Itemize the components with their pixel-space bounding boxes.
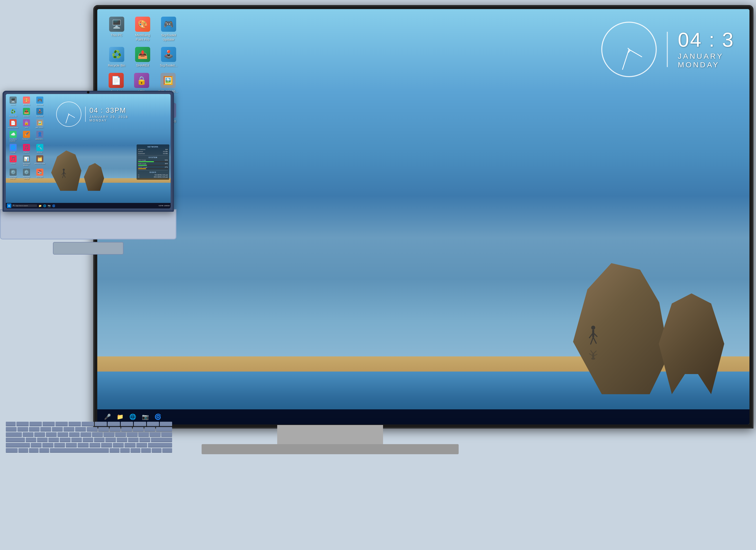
monitor-taskbar-photoshop[interactable]: 📷 xyxy=(140,412,150,422)
laptop-icon-settings1[interactable]: ⚙️ ScpToolkit Settings... xyxy=(7,169,19,180)
key-6[interactable] xyxy=(75,427,86,432)
key-ctrl[interactable] xyxy=(6,448,18,453)
key-semicolon[interactable] xyxy=(128,438,139,442)
monitor-icon-thispc[interactable]: 🖥️ This PC xyxy=(107,17,126,42)
key-5[interactable] xyxy=(64,427,74,432)
laptop-icon-edufigml[interactable]: 📚 EduFigml xyxy=(34,169,46,180)
key-capslock[interactable] xyxy=(6,438,25,442)
key-fn[interactable] xyxy=(18,448,28,453)
laptop-icon-google[interactable]: 🌐 Google xyxy=(7,144,19,153)
monitor-icon-scptoolkit[interactable]: 🎮 ScpToolkit Updater xyxy=(160,17,178,42)
key-f8[interactable] xyxy=(108,422,120,426)
key-k[interactable] xyxy=(105,438,116,442)
laptop-icon-scp[interactable]: 🎮 ScpToolkit xyxy=(34,97,46,106)
monitor-taskbar-folder[interactable]: 📁 xyxy=(115,412,125,422)
laptop-icon-settings2[interactable]: ⚙️ ScpToolkit Settings xyxy=(20,169,33,180)
key-backtick[interactable] xyxy=(6,427,17,432)
key-f12[interactable] xyxy=(160,422,172,426)
laptop-icon-photo[interactable]: 👤 26852150 1... xyxy=(34,131,46,142)
laptop-icon-atlas[interactable]: 🗂️ BitSlicer 8 Atlas xyxy=(34,155,46,166)
laptop-icon-vpn[interactable]: 🔒 VPN xyxy=(20,119,33,129)
key-f6[interactable] xyxy=(82,422,94,426)
key-g[interactable] xyxy=(71,438,82,442)
key-f1[interactable] xyxy=(16,422,29,426)
key-right[interactable] xyxy=(162,448,172,453)
key-3[interactable] xyxy=(40,427,51,432)
key-equals[interactable] xyxy=(144,427,155,432)
key-0[interactable] xyxy=(121,427,132,432)
key-q[interactable] xyxy=(23,432,34,437)
key-f10[interactable] xyxy=(134,422,146,426)
laptop-icon-bitslicer[interactable]: 🔧 BitSlicer xyxy=(34,144,46,153)
key-lshift[interactable] xyxy=(6,443,30,447)
key-o[interactable] xyxy=(115,432,126,437)
key-rctrl[interactable] xyxy=(120,448,130,453)
key-backspace[interactable] xyxy=(156,427,172,432)
key-7[interactable] xyxy=(87,427,98,432)
key-b[interactable] xyxy=(78,443,89,447)
key-tab[interactable] xyxy=(6,432,22,437)
key-f9[interactable] xyxy=(121,422,133,426)
key-win[interactable] xyxy=(29,448,39,453)
laptop-icon-acrobat[interactable]: 📄 Acrobat Reader xyxy=(7,119,19,129)
key-l[interactable] xyxy=(117,438,127,442)
key-quote[interactable] xyxy=(139,438,150,442)
laptop-icon-medibang[interactable]: 🎨 MediBang xyxy=(20,97,33,106)
laptop-icon-monitor[interactable]: 📊 ScpToolkit Monitor... xyxy=(20,155,33,166)
monitor-taskbar-app[interactable]: 🌀 xyxy=(153,412,163,422)
laptop-taskbar-icon-folder[interactable]: 📁 xyxy=(38,204,42,208)
key-ralt[interactable] xyxy=(110,448,119,453)
laptop-touchpad[interactable] xyxy=(53,242,123,255)
monitor-taskbar-browser[interactable]: 🌐 xyxy=(128,412,138,422)
laptop-icon-recycle[interactable]: ♻️ Recycle Bin xyxy=(7,108,19,117)
key-y[interactable] xyxy=(80,432,91,437)
key-comma[interactable] xyxy=(113,443,124,447)
key-4[interactable] xyxy=(52,427,63,432)
key-c[interactable] xyxy=(54,443,65,447)
key-9[interactable] xyxy=(110,427,120,432)
key-p[interactable] xyxy=(127,432,138,437)
key-backslash[interactable] xyxy=(161,432,172,437)
key-e[interactable] xyxy=(46,432,57,437)
key-x[interactable] xyxy=(42,443,53,447)
laptop-icon-img[interactable]: 🖼️ IMG_2018... xyxy=(34,119,46,129)
key-s[interactable] xyxy=(37,438,48,442)
key-i[interactable] xyxy=(104,432,114,437)
laptop-search-bar[interactable]: 🔍 Type here to search xyxy=(12,204,37,207)
key-1[interactable] xyxy=(17,427,28,432)
key-alt[interactable] xyxy=(39,448,49,453)
laptop-taskbar-icon-browser[interactable]: 🌐 xyxy=(43,204,47,208)
laptop-start-button[interactable]: ⊞ xyxy=(7,203,11,208)
key-w[interactable] xyxy=(34,432,45,437)
key-d[interactable] xyxy=(48,438,59,442)
laptop-icon-itunes[interactable]: 🎵 iTunes xyxy=(7,155,19,166)
key-8[interactable] xyxy=(98,427,109,432)
key-down[interactable] xyxy=(152,448,162,453)
monitor-icon-scptoolkit2[interactable]: 🕹️ ScpToolkit... xyxy=(160,47,178,68)
laptop-icon-share[interactable]: 📤 SHAREx xyxy=(20,108,33,117)
monitor-icon-medibang[interactable]: 🎨 MediBang Paint Pro xyxy=(133,17,152,42)
laptop-taskbar-icon-photoshop[interactable]: 📷 xyxy=(47,204,51,208)
key-f5[interactable] xyxy=(69,422,81,426)
key-up[interactable] xyxy=(141,448,151,453)
key-f11[interactable] xyxy=(147,422,159,426)
key-rshift[interactable] xyxy=(148,443,172,447)
key-minus[interactable] xyxy=(133,427,144,432)
key-z[interactable] xyxy=(31,443,42,447)
monitor-icon-sharex[interactable]: 📤 SHAREit xyxy=(133,47,152,68)
laptop-icon-scp2[interactable]: 🕹️ ScpToolkit xyxy=(34,108,46,117)
key-rbracket[interactable] xyxy=(150,432,161,437)
key-space[interactable] xyxy=(50,448,109,453)
key-t[interactable] xyxy=(69,432,80,437)
key-period[interactable] xyxy=(124,443,136,447)
laptop-taskbar-icon-app[interactable]: 🌀 xyxy=(52,204,56,208)
key-slash[interactable] xyxy=(136,443,147,447)
monitor-icon-recycle[interactable]: ♻️ Recycle Bin xyxy=(107,47,126,68)
laptop-icon-popicon[interactable]: 🎵 PopIcon xyxy=(20,144,33,153)
key-left[interactable] xyxy=(131,448,140,453)
key-u[interactable] xyxy=(92,432,103,437)
key-esc[interactable] xyxy=(6,422,16,426)
key-m[interactable] xyxy=(101,443,112,447)
key-f4[interactable] xyxy=(55,422,68,426)
key-j[interactable] xyxy=(94,438,105,442)
